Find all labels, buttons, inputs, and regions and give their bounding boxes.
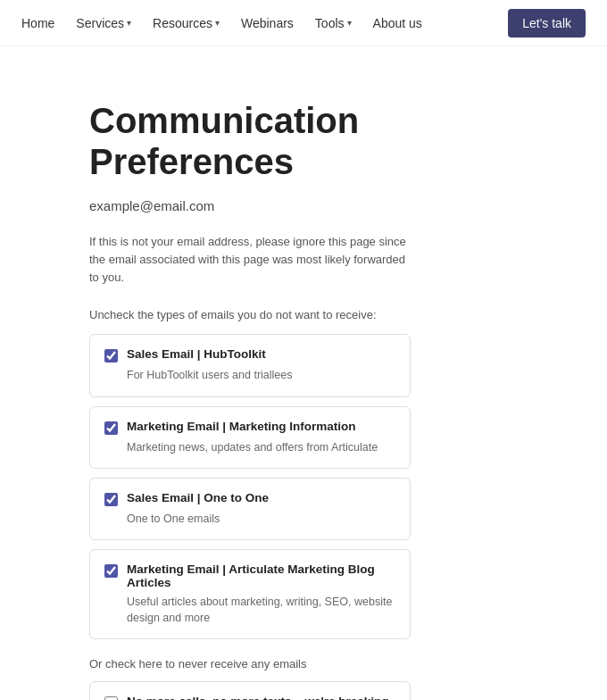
email-option-card-1: Sales Email | HubToolkit For HubToolkit … bbox=[89, 334, 411, 396]
nav-services[interactable]: Services ▾ bbox=[76, 16, 131, 30]
main-content: Communication Preferences example@email.… bbox=[0, 46, 500, 700]
email-option-desc-2: Marketing news, updates and offers from … bbox=[127, 439, 395, 455]
page-title: Communication Preferences bbox=[89, 100, 411, 182]
email-option-desc-1: For HubToolkit users and triallees bbox=[127, 367, 395, 383]
navbar: Home Services ▾ Resources ▾ Webinars Too… bbox=[0, 0, 607, 46]
email-option-checkbox-2[interactable] bbox=[104, 421, 118, 435]
nav-about[interactable]: About us bbox=[373, 16, 422, 30]
email-option-title-1[interactable]: Sales Email | HubToolkit bbox=[127, 347, 266, 361]
nav-home[interactable]: Home bbox=[21, 16, 54, 30]
email-option-desc-3: One to One emails bbox=[127, 511, 395, 527]
email-option-checkbox-3[interactable] bbox=[104, 493, 118, 506]
or-check-text: Or check here to never receive any email… bbox=[89, 657, 411, 671]
notice-text: If this is not your email address, pleas… bbox=[89, 233, 411, 287]
opt-out-checkbox[interactable] bbox=[104, 696, 118, 700]
nav-resources[interactable]: Resources ▾ bbox=[153, 16, 220, 30]
nav-tools[interactable]: Tools ▾ bbox=[315, 16, 352, 30]
instruction-text: Uncheck the types of emails you do not w… bbox=[89, 308, 411, 321]
services-chevron-icon: ▾ bbox=[127, 18, 131, 28]
email-option-card-2: Marketing Email | Marketing Information … bbox=[89, 406, 411, 469]
nav-webinars[interactable]: Webinars bbox=[241, 16, 294, 30]
email-option-checkbox-1[interactable] bbox=[104, 349, 118, 362]
resources-chevron-icon: ▾ bbox=[215, 18, 220, 28]
opt-out-label[interactable]: No more calls, no more texts – we're bre… bbox=[127, 695, 395, 700]
lets-talk-button[interactable]: Let's talk bbox=[508, 9, 586, 38]
email-option-desc-4: Useful articles about marketing, writing… bbox=[127, 594, 395, 626]
email-option-card-4: Marketing Email | Articulate Marketing B… bbox=[89, 549, 411, 639]
email-option-title-2[interactable]: Marketing Email | Marketing Information bbox=[127, 420, 356, 433]
tools-chevron-icon: ▾ bbox=[347, 18, 352, 28]
email-option-card-3: Sales Email | One to One One to One emai… bbox=[89, 478, 411, 540]
email-option-title-4[interactable]: Marketing Email | Articulate Marketing B… bbox=[127, 562, 395, 589]
email-option-title-3[interactable]: Sales Email | One to One bbox=[127, 491, 269, 504]
email-option-checkbox-4[interactable] bbox=[104, 564, 118, 578]
nav-items: Home Services ▾ Resources ▾ Webinars Too… bbox=[21, 16, 508, 30]
email-display: example@email.com bbox=[89, 198, 411, 213]
opt-out-card: No more calls, no more texts – we're bre… bbox=[89, 681, 411, 700]
